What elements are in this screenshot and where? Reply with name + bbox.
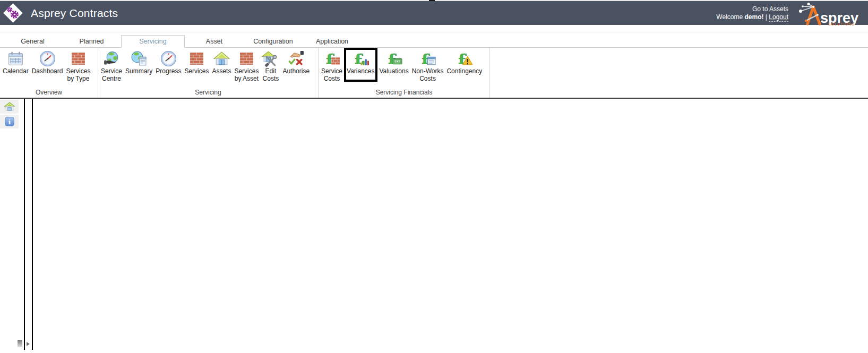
house-tools-icon [262, 50, 279, 67]
ribbon-group-servicing: ServiceCentreSummaryProgressServicesAsse… [98, 48, 319, 98]
ribbon-button-service-centre[interactable]: ServiceCentre [99, 49, 124, 82]
ribbon-button-edit-costs[interactable]: EditCosts [260, 49, 281, 82]
ribbon-button-valuations[interactable]: £Valuations [378, 49, 410, 75]
pound-banknote-icon: £ [385, 50, 403, 67]
titlebar: Asprey Contracts Go to Assets Welcome de… [0, 1, 868, 25]
ribbon-button-label: Dashboard [32, 68, 63, 75]
ribbon-button-label: Progress [156, 68, 181, 75]
ribbon-button-summary[interactable]: Summary [124, 49, 154, 75]
calendar-icon [7, 50, 24, 67]
pound-warning-icon: £ [456, 50, 473, 67]
house-icon [213, 50, 230, 67]
ribbon-button-label: EditCosts [263, 68, 279, 82]
ribbon-button-label: Authorise [282, 68, 310, 75]
panel-expand-arrow[interactable] [27, 342, 30, 346]
side-toolbar: i [0, 100, 19, 130]
tab-bar: GeneralPlannedServicingAssetConfiguratio… [0, 25, 868, 47]
ribbon-button-contingency[interactable]: £Contingency [445, 49, 484, 75]
tab-planned[interactable]: Planned [62, 36, 121, 47]
ribbon-button-label: Calendar [3, 68, 29, 75]
go-to-assets-link[interactable]: Go to Assets [716, 5, 788, 13]
asprey-gears-logo [1, 1, 25, 25]
ribbon-button-service-costs[interactable]: £ServiceCosts [320, 49, 344, 82]
panel-border-right [32, 99, 33, 350]
ribbon-button-services-by-type[interactable]: Servicesby Type [64, 49, 92, 82]
splitter-grip[interactable] [18, 340, 22, 347]
tab-asset[interactable]: Asset [185, 36, 244, 47]
ribbon-button-services[interactable]: Services [183, 49, 210, 75]
info-icon: i [4, 116, 15, 127]
ribbon-group-label: Servicing [98, 89, 318, 96]
approve-reject-icon [287, 50, 305, 67]
pound-document-icon: £ [419, 50, 436, 67]
logout-link[interactable]: Logout [769, 13, 788, 22]
app-title: Asprey Contracts [31, 7, 118, 20]
svg-text:£: £ [354, 50, 364, 67]
main-content [33, 99, 868, 353]
ribbon-button-label: Non-WorksCosts [412, 68, 444, 82]
ribbon-button-label: Variances [347, 68, 374, 75]
svg-text:i: i [8, 118, 11, 126]
ribbon-button-label: Valuations [380, 68, 409, 75]
side-button-home[interactable] [0, 100, 19, 114]
pound-bricks-icon: £ [323, 50, 341, 67]
side-button-info[interactable]: i [0, 115, 19, 128]
panel-border-left [24, 99, 25, 350]
clock-icon [160, 50, 177, 67]
ribbon-group-label: Overview [0, 89, 98, 96]
tab-application[interactable]: Application [303, 36, 362, 47]
home-icon [4, 101, 15, 113]
ribbon-button-progress[interactable]: Progress [154, 49, 183, 75]
tab-servicing[interactable]: Servicing [121, 35, 185, 48]
asprey-brand-logo: sprey SOLUTIONS [795, 2, 868, 25]
ribbon-button-services-by-asset[interactable]: Servicesby Asset [233, 49, 260, 82]
ribbon-button-calendar[interactable]: Calendar [1, 49, 30, 75]
brick-wall-icon [238, 50, 255, 67]
ribbon-button-label: Servicesby Asset [234, 68, 259, 82]
welcome-prefix: Welcome [716, 13, 744, 21]
ribbon-button-non-works-costs[interactable]: £Non-WorksCosts [410, 49, 445, 82]
globe-report-icon [130, 50, 148, 67]
clock-icon [39, 50, 56, 67]
ribbon-button-variances[interactable]: £Variances [344, 48, 377, 82]
tab-configuration[interactable]: Configuration [244, 36, 303, 47]
ribbon-button-label: ServiceCosts [321, 68, 342, 82]
ribbon-button-assets[interactable]: Assets [210, 49, 233, 75]
ribbon: CalendarDashboardServicesby TypeOverview… [0, 47, 868, 98]
welcome-separator: | [764, 13, 769, 21]
tab-general[interactable]: General [3, 36, 62, 47]
username: demo! [745, 13, 764, 21]
ribbon-button-label: ServiceCentre [101, 68, 122, 82]
ribbon-button-dashboard[interactable]: Dashboard [30, 49, 65, 75]
ribbon-button-label: Contingency [446, 68, 482, 75]
ribbon-group-servicing-financials: £ServiceCosts£Variances£Valuations£Non-W… [319, 48, 490, 98]
ribbon-button-label: Assets [212, 68, 231, 75]
brick-wall-icon [70, 50, 87, 67]
ribbon-group-overview: CalendarDashboardServicesby TypeOverview [0, 48, 98, 98]
globe-hand-icon [103, 50, 121, 67]
pound-chart-icon: £ [352, 50, 369, 67]
welcome-text: Welcome demo! | Logout [716, 13, 788, 21]
ribbon-button-label: Summary [125, 68, 152, 75]
ribbon-group-label: Servicing Financials [319, 89, 489, 96]
ribbon-button-label: Servicesby Type [66, 68, 90, 82]
brick-wall-icon [188, 50, 205, 67]
ribbon-button-authorise[interactable]: Authorise [281, 49, 311, 75]
ribbon-button-label: Services [184, 68, 209, 75]
